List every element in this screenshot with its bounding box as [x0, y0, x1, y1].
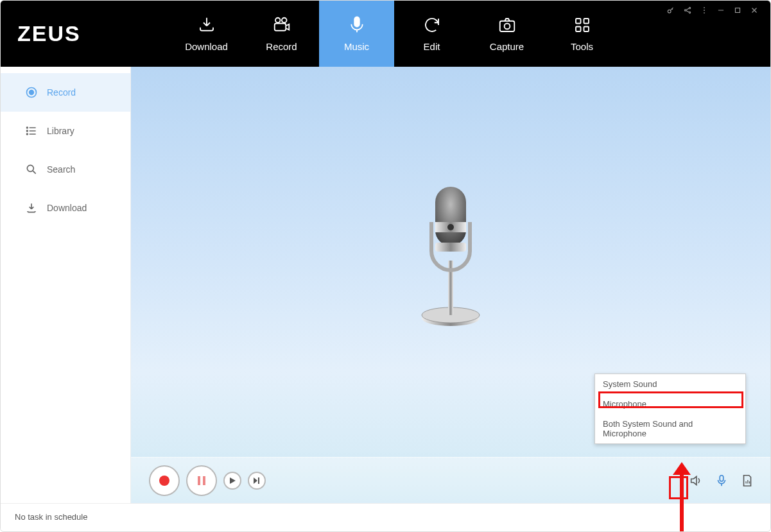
nav-label: Tools	[571, 41, 593, 52]
nav-music[interactable]: Music	[319, 1, 394, 67]
body: Record Library Search Download	[1, 67, 770, 503]
svg-rect-3	[354, 17, 360, 27]
source-option-mic[interactable]: Microphone	[595, 394, 745, 414]
topbar: ZEUS Download Record Music Edit Capture …	[1, 1, 770, 67]
grid-icon	[573, 15, 592, 35]
svg-rect-2	[274, 24, 286, 31]
app-logo: ZEUS	[1, 1, 169, 67]
maximize-button[interactable]	[733, 6, 742, 17]
nav-download[interactable]: Download	[169, 1, 244, 67]
svg-point-31	[159, 476, 169, 486]
svg-rect-32	[198, 476, 200, 485]
svg-point-12	[689, 7, 690, 8]
nav-label: Music	[344, 41, 369, 52]
record-icon	[159, 475, 170, 486]
svg-point-5	[504, 24, 510, 30]
search-icon	[25, 163, 38, 176]
status-bar: No task in schedule	[1, 503, 770, 530]
share-icon[interactable]	[683, 6, 692, 17]
pause-button[interactable]	[186, 465, 217, 496]
download2-icon	[25, 202, 38, 214]
svg-point-10	[668, 10, 671, 13]
source-option-system[interactable]: System Sound	[595, 374, 745, 394]
radio-icon	[25, 86, 38, 99]
sidebar-item-record[interactable]: Record	[1, 73, 130, 112]
svg-rect-4	[499, 21, 514, 31]
svg-point-22	[27, 133, 28, 135]
right-icons	[687, 472, 756, 490]
next-icon	[254, 477, 260, 484]
camera-icon	[498, 15, 517, 35]
nav-label: Record	[266, 41, 297, 52]
svg-rect-6	[576, 19, 581, 24]
key-icon[interactable]	[666, 6, 675, 17]
settings-button[interactable]	[738, 472, 756, 490]
svg-point-1	[282, 18, 287, 23]
file-audio-icon	[740, 474, 754, 488]
record-button[interactable]	[149, 465, 180, 496]
pause-icon	[196, 476, 207, 486]
sidebar: Record Library Search Download	[1, 67, 131, 503]
svg-point-21	[27, 130, 28, 132]
control-bar	[131, 457, 770, 503]
svg-rect-17	[736, 8, 740, 13]
svg-point-11	[684, 10, 686, 11]
menu-dots-icon[interactable]	[700, 6, 709, 17]
svg-point-15	[704, 10, 705, 11]
source-option-both[interactable]: Both System Sound and Microphone	[595, 414, 745, 443]
sidebar-label: Download	[47, 203, 87, 213]
list-icon	[25, 124, 38, 137]
svg-rect-9	[584, 27, 589, 32]
svg-point-14	[704, 7, 705, 8]
sidebar-label: Library	[47, 126, 74, 136]
download-icon	[197, 15, 216, 35]
mic-source-icon	[715, 474, 729, 488]
svg-rect-8	[576, 27, 581, 32]
cycle-icon	[422, 15, 442, 35]
sidebar-label: Record	[47, 87, 76, 98]
sidebar-item-download[interactable]: Download	[1, 189, 130, 227]
svg-rect-7	[584, 19, 589, 24]
svg-rect-30	[435, 243, 466, 252]
nav-tools[interactable]: Tools	[544, 1, 619, 67]
audio-source-menu: System Sound Microphone Both System Soun…	[594, 373, 746, 444]
microphone-icon	[347, 15, 367, 35]
svg-rect-27	[435, 187, 466, 246]
svg-point-20	[27, 127, 28, 128]
nav-label: Capture	[490, 41, 524, 52]
svg-rect-34	[258, 477, 259, 484]
microphone-illustration	[412, 184, 489, 334]
svg-point-29	[447, 224, 454, 230]
nav-capture[interactable]: Capture	[469, 1, 544, 67]
speaker-icon	[689, 474, 703, 488]
sidebar-item-library[interactable]: Library	[1, 112, 130, 150]
nav-tabs: Download Record Music Edit Capture Tools	[169, 1, 619, 67]
nav-label: Edit	[424, 41, 440, 52]
main-area: System Sound Microphone Both System Soun…	[131, 67, 770, 503]
camcorder-icon	[272, 15, 291, 35]
svg-point-19	[30, 90, 34, 95]
close-button[interactable]	[750, 6, 759, 17]
svg-point-16	[704, 12, 705, 13]
window-controls	[666, 6, 759, 17]
play-button[interactable]	[223, 472, 241, 490]
svg-rect-35	[720, 475, 723, 481]
status-text: No task in schedule	[15, 512, 87, 522]
svg-point-0	[275, 18, 281, 23]
sidebar-item-search[interactable]: Search	[1, 150, 130, 189]
sidebar-label: Search	[47, 164, 75, 175]
nav-label: Download	[185, 41, 228, 52]
nav-edit[interactable]: Edit	[394, 1, 469, 67]
minimize-button[interactable]	[716, 6, 725, 17]
svg-point-13	[689, 12, 690, 13]
next-button[interactable]	[248, 472, 266, 490]
play-icon	[229, 477, 236, 484]
audio-source-button[interactable]	[713, 472, 731, 490]
nav-record[interactable]: Record	[244, 1, 319, 67]
volume-button[interactable]	[687, 472, 705, 490]
svg-rect-33	[203, 476, 205, 485]
